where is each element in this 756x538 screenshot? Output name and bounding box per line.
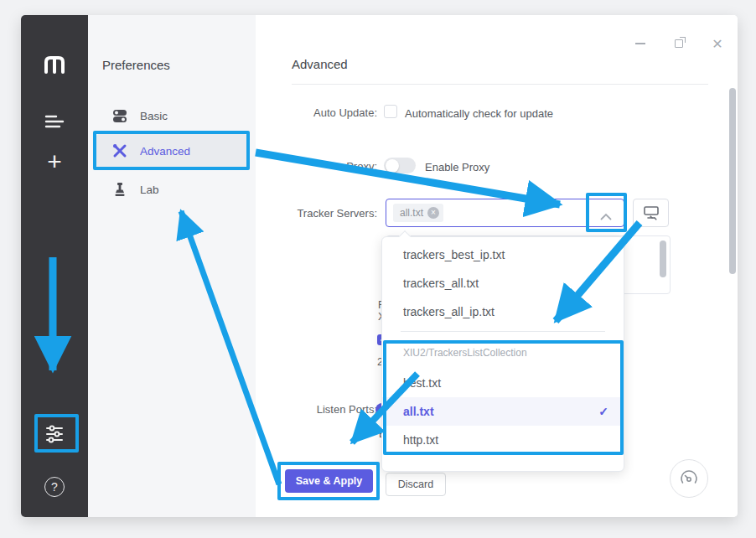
- dropdown-option[interactable]: trackers_best_ip.txt: [382, 241, 624, 269]
- app-sidebar: + ?: [21, 15, 88, 517]
- enable-proxy-label: Enable Proxy: [425, 161, 489, 173]
- chevron-up-icon[interactable]: [600, 209, 612, 224]
- question-icon: ?: [44, 477, 65, 497]
- window-controls: ✕: [634, 37, 724, 50]
- nav-label-advanced: Advanced: [140, 145, 190, 158]
- minimize-button[interactable]: [634, 37, 647, 50]
- stamp-icon: [111, 181, 128, 198]
- tag-label: all.txt: [400, 207, 423, 219]
- help-button[interactable]: ?: [21, 477, 88, 497]
- auto-update-checkbox[interactable]: [384, 105, 397, 118]
- nav-label-lab: Lab: [140, 184, 159, 196]
- screenshot-canvas: + ? Preferences: [0, 0, 756, 538]
- tracker-servers-select[interactable]: all.txt ×: [386, 199, 624, 227]
- task-list-icon[interactable]: [21, 114, 88, 129]
- tracker-servers-label: Tracker Servers:: [256, 207, 377, 220]
- auto-update-label: Auto Update:: [256, 106, 377, 119]
- save-apply-button[interactable]: Save & Apply: [285, 469, 373, 493]
- preferences-title: Preferences: [102, 58, 170, 72]
- dropdown-option[interactable]: trackers_all.txt: [382, 269, 624, 297]
- add-task-icon[interactable]: +: [21, 147, 88, 176]
- textarea-scrollbar[interactable]: [660, 241, 666, 277]
- dropdown-divider: [401, 331, 605, 332]
- tag-close-icon[interactable]: ×: [427, 207, 439, 219]
- dropdown-option-selected[interactable]: all.txt ✓: [382, 397, 624, 426]
- preferences-button[interactable]: [34, 416, 75, 453]
- dropdown-group-label: XIU2/TrackersListCollection: [382, 347, 624, 359]
- discard-button[interactable]: Discard: [386, 473, 446, 496]
- selected-tracker-tag: all.txt ×: [393, 204, 443, 222]
- motrix-logo-icon: [21, 54, 88, 75]
- content-scrollbar[interactable]: [729, 88, 736, 274]
- advanced-settings-pane: ✕ Advanced Auto Update: Automatically ch…: [256, 15, 738, 517]
- dropdown-option[interactable]: best.txt: [382, 369, 624, 397]
- option-label: all.txt: [403, 405, 434, 418]
- tools-icon: [111, 142, 128, 159]
- dropdown-option[interactable]: http.txt: [382, 426, 624, 454]
- page-title: Advanced: [292, 57, 348, 71]
- check-icon: ✓: [598, 397, 608, 426]
- enable-proxy-toggle[interactable]: [384, 158, 416, 173]
- nav-item-lab[interactable]: Lab: [96, 173, 247, 206]
- nav-item-advanced[interactable]: Advanced: [96, 134, 247, 168]
- speedometer-icon: [677, 467, 701, 490]
- nav-item-basic[interactable]: Basic: [96, 99, 247, 132]
- dropdown-option[interactable]: trackers_all_ip.txt: [382, 297, 624, 326]
- sliders-icon: [44, 424, 65, 444]
- nav-label-basic: Basic: [140, 110, 168, 122]
- listen-ports-label: Listen Ports:: [256, 403, 377, 416]
- toggle-knob: [386, 159, 399, 173]
- toggles-icon: [111, 107, 128, 124]
- sync-icon: [643, 205, 660, 220]
- auto-update-checkbox-label: Automatically check for update: [405, 107, 553, 120]
- preferences-panel: Preferences Basic Advanced: [88, 15, 256, 517]
- maximize-button[interactable]: [672, 37, 686, 50]
- maximize-icon: [675, 39, 683, 48]
- minimize-icon: [635, 43, 645, 44]
- tracker-select-dropdown: trackers_best_ip.txt trackers_all.txt tr…: [381, 236, 624, 472]
- title-divider: [292, 84, 708, 85]
- speed-limit-button[interactable]: [670, 459, 708, 498]
- close-button[interactable]: ✕: [711, 37, 724, 50]
- app-window: + ? Preferences: [21, 15, 738, 517]
- proxy-label: Proxy:: [256, 160, 377, 173]
- sync-tracker-list-button[interactable]: [633, 199, 669, 227]
